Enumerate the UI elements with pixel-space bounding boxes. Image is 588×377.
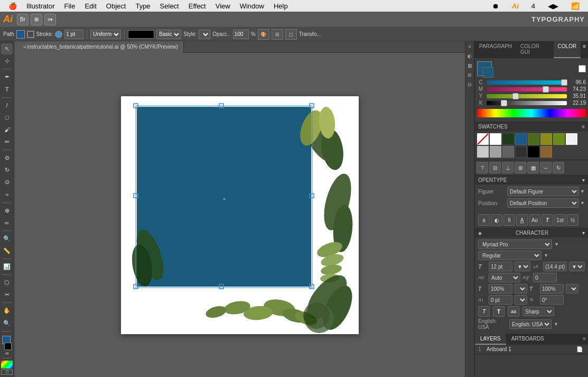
tool-rotate[interactable]: ↻ bbox=[1, 164, 13, 176]
y-thumb[interactable] bbox=[512, 93, 519, 99]
style-select[interactable] bbox=[199, 30, 210, 39]
stroke-width-input[interactable] bbox=[64, 30, 83, 39]
swatch-target[interactable]: ⊕ bbox=[490, 133, 501, 145]
side-icon-1[interactable]: ≡ bbox=[465, 42, 474, 51]
align-bottom-btn[interactable]: ⊥ bbox=[502, 162, 514, 173]
opentype-collapse-icon[interactable]: ▾ bbox=[582, 177, 585, 183]
canvas-content[interactable] bbox=[14, 53, 465, 377]
swatch-yellow-green[interactable] bbox=[540, 133, 552, 145]
tool-warp[interactable]: ≈ bbox=[1, 189, 13, 200]
character-header[interactable]: ◆ CHARACTER ▾ bbox=[475, 228, 588, 237]
swap-colors[interactable]: ⇄ bbox=[5, 351, 9, 356]
position-select[interactable]: Default Position bbox=[507, 198, 579, 208]
color-tab[interactable]: COLOR bbox=[554, 41, 581, 58]
tool-blend[interactable]: ∞ bbox=[1, 217, 13, 228]
bold-btn[interactable]: T bbox=[493, 306, 505, 317]
c-slider[interactable] bbox=[487, 80, 567, 85]
m-slider[interactable] bbox=[487, 87, 567, 91]
italic-btn[interactable]: T bbox=[478, 306, 490, 317]
menu-help[interactable]: Help bbox=[269, 2, 292, 10]
v-scale-input[interactable] bbox=[540, 284, 564, 293]
aa-label-btn[interactable]: aa bbox=[508, 306, 519, 317]
tool-type[interactable]: T bbox=[1, 84, 13, 95]
tool-pen[interactable]: ✒ bbox=[1, 71, 13, 82]
character-collapse-icon[interactable]: ▾ bbox=[582, 230, 585, 236]
tool-artboard[interactable]: ⬡ bbox=[1, 277, 13, 288]
side-icon-4[interactable]: ⊞ bbox=[465, 71, 474, 79]
mask-btn[interactable]: ◻ bbox=[285, 29, 297, 40]
swatch-dark-green[interactable] bbox=[502, 133, 514, 145]
tracking-input[interactable] bbox=[533, 273, 557, 282]
swatch-olive[interactable] bbox=[528, 133, 539, 145]
menu-select[interactable]: Select bbox=[156, 2, 183, 10]
tool-width[interactable]: ⊕ bbox=[1, 205, 13, 216]
layers-tab[interactable]: LAYERS bbox=[475, 334, 506, 345]
layout-mode-btn[interactable]: ≡▾ bbox=[44, 14, 56, 25]
color-gui-tab[interactable]: COLOR GUI bbox=[516, 41, 554, 58]
tool-direct-select[interactable]: ⊹ bbox=[1, 56, 13, 67]
fill-color-swatch[interactable] bbox=[477, 61, 492, 76]
y-slider[interactable] bbox=[487, 94, 567, 98]
stroke-box[interactable] bbox=[27, 31, 34, 38]
swatch-none[interactable] bbox=[477, 133, 489, 145]
kerning-select[interactable]: Auto bbox=[489, 273, 520, 282]
side-icon-2[interactable]: ◐ bbox=[465, 52, 474, 60]
k-thumb[interactable] bbox=[501, 100, 507, 106]
c-thumb[interactable] bbox=[561, 79, 567, 86]
tab-close[interactable]: ✕ bbox=[23, 44, 27, 50]
spacing-btn[interactable]: ▦ bbox=[527, 162, 539, 173]
side-icon-3[interactable]: ▦ bbox=[465, 61, 474, 70]
swatch-light-gray[interactable] bbox=[477, 146, 489, 158]
language-select[interactable]: English: USA bbox=[509, 319, 552, 329]
color-mode-btn[interactable] bbox=[1, 361, 13, 369]
antialiasing-select[interactable]: Sharp bbox=[522, 307, 554, 316]
bridge-btn[interactable]: Br bbox=[17, 14, 29, 25]
swatches-menu[interactable]: ≡ bbox=[582, 124, 585, 130]
menu-object[interactable]: Object bbox=[102, 2, 130, 10]
figure-select[interactable]: Default Figure bbox=[507, 187, 579, 196]
layers-menu[interactable]: ≡ bbox=[581, 334, 588, 345]
menu-view[interactable]: View bbox=[211, 2, 235, 10]
ot-standard-btn[interactable]: a bbox=[478, 214, 490, 226]
side-icon-5[interactable]: ⊟ bbox=[465, 80, 474, 89]
tool-rect[interactable]: □ bbox=[1, 112, 13, 123]
align-top-btn[interactable]: ⊤ bbox=[477, 162, 488, 173]
swatch-darker-gray[interactable] bbox=[515, 146, 527, 158]
opacity-input[interactable] bbox=[233, 30, 249, 39]
opentype-header[interactable]: OPENTYPE ▾ bbox=[475, 175, 588, 185]
m-thumb[interactable] bbox=[543, 86, 549, 93]
tool-paint[interactable]: 🖌 bbox=[1, 124, 13, 135]
paragraph-tab[interactable]: PARAGRAPH bbox=[475, 41, 516, 58]
envelope-btn[interactable]: ⊟ bbox=[272, 29, 283, 40]
tool-slice[interactable]: ✂ bbox=[1, 289, 13, 300]
flip-btn[interactable]: ↔ bbox=[540, 162, 552, 173]
font-style-select[interactable]: Regular bbox=[478, 251, 542, 260]
ot-titling-btn[interactable]: Ao bbox=[529, 214, 540, 226]
stroke-profile-select[interactable]: Basic bbox=[156, 30, 181, 39]
menu-effect[interactable]: Effect bbox=[184, 2, 210, 10]
menu-type[interactable]: Type bbox=[131, 2, 154, 10]
ot-stylistic-btn[interactable]: A bbox=[516, 214, 528, 226]
leading-unit-select[interactable]: ▼ bbox=[569, 262, 585, 271]
tool-measure[interactable]: 📏 bbox=[1, 245, 13, 256]
tool-line[interactable]: / bbox=[1, 100, 13, 111]
font-size-input[interactable] bbox=[489, 262, 512, 271]
spectrum-bar[interactable] bbox=[477, 109, 586, 117]
swatch-green[interactable] bbox=[553, 133, 565, 145]
swatch-gray[interactable] bbox=[490, 146, 501, 158]
menu-file[interactable]: File bbox=[60, 2, 79, 10]
rotation-input[interactable] bbox=[540, 295, 564, 305]
layout-btn[interactable]: ⊞ bbox=[31, 14, 42, 25]
fill-color[interactable] bbox=[16, 30, 25, 39]
ot-fraction-btn[interactable]: ½ bbox=[567, 214, 578, 226]
font-size-unit-select[interactable]: ▼ bbox=[515, 262, 530, 271]
swatch-brown[interactable] bbox=[540, 146, 552, 158]
swatch-dark-gray[interactable] bbox=[502, 146, 514, 158]
tool-eyedropper[interactable]: 🔍 bbox=[1, 233, 13, 244]
ot-discretionary-btn[interactable]: ◐ bbox=[491, 214, 502, 226]
stroke-indicator[interactable] bbox=[4, 343, 12, 350]
none-option[interactable]: ∅ bbox=[578, 65, 586, 72]
h-scale-unit[interactable]: ▼ bbox=[515, 284, 527, 293]
leading-input[interactable] bbox=[543, 262, 567, 271]
ot-swash-btn[interactable]: fi bbox=[503, 214, 515, 226]
